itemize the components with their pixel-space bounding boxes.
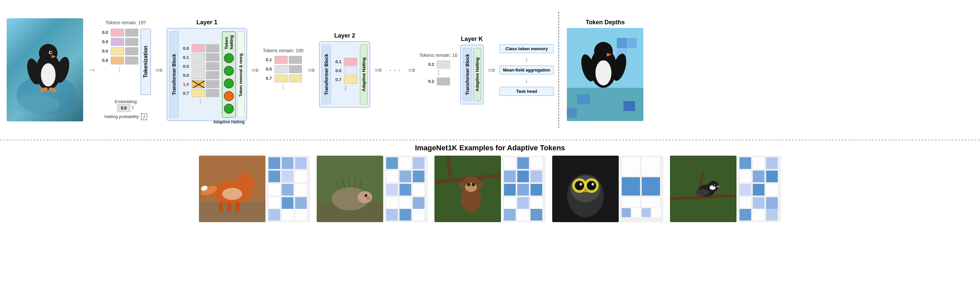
arrow-1: → xyxy=(87,65,97,75)
svg-rect-96 xyxy=(531,157,542,169)
hedgehog-patches xyxy=(385,156,428,224)
svg-rect-120 xyxy=(622,157,640,176)
token-box xyxy=(206,89,219,97)
svg-rect-95 xyxy=(517,157,529,169)
token-row: 0.7 xyxy=(264,75,302,83)
layer-2-section: Layer 2 Transformer Block 0.1 0.0 0.7 ⋮ … xyxy=(319,32,370,108)
examples-row xyxy=(6,156,974,224)
svg-point-7 xyxy=(50,52,52,54)
token-box xyxy=(206,62,219,70)
token-removal-label: Token removal & reorg. xyxy=(237,31,245,118)
token-depths-image xyxy=(567,28,643,121)
token-row: 0.0 xyxy=(100,47,138,55)
monkey-patches xyxy=(502,156,546,224)
svg-point-115 xyxy=(587,181,596,190)
embedding-label: Embedding xyxy=(115,99,137,104)
bird-patches xyxy=(738,156,781,224)
traffic-lights xyxy=(224,52,234,115)
svg-point-88 xyxy=(465,183,477,192)
svg-rect-97 xyxy=(504,170,515,182)
svg-rect-44 xyxy=(269,170,280,182)
layer-1-section: Layer 1 Transformer Block 0.0 0.1 0.0 xyxy=(167,19,247,121)
svg-rect-49 xyxy=(295,184,307,196)
svg-rect-81 xyxy=(399,209,411,221)
svg-rect-24 xyxy=(624,101,635,111)
svg-point-91 xyxy=(459,181,466,188)
svg-rect-45 xyxy=(282,170,293,182)
svg-rect-35 xyxy=(227,202,231,212)
svg-rect-154 xyxy=(753,209,764,221)
arrow-5: ⇒ xyxy=(374,65,382,75)
token-box xyxy=(289,56,302,64)
svg-rect-46 xyxy=(295,170,307,182)
svg-rect-127 xyxy=(632,208,641,217)
svg-point-117 xyxy=(592,183,594,186)
svg-rect-148 xyxy=(753,184,764,196)
svg-rect-121 xyxy=(642,157,660,176)
svg-rect-55 xyxy=(295,209,307,221)
token-row: 0.0 xyxy=(100,29,138,37)
svg-rect-126 xyxy=(622,208,631,217)
svg-rect-129 xyxy=(652,208,661,217)
func-icon: ƒ xyxy=(141,113,147,120)
layer-k-title: Layer K xyxy=(461,36,483,43)
mean-field-agg-box: Mean-field aggregation xyxy=(499,65,554,75)
svg-rect-20 xyxy=(617,38,627,48)
token-box xyxy=(192,62,205,70)
token-row: 0.1 xyxy=(181,53,219,61)
token-box xyxy=(192,44,205,52)
svg-rect-149 xyxy=(766,184,778,196)
right-side-boxes: Class token memory ↓ Mean-field aggregat… xyxy=(499,44,554,96)
svg-rect-54 xyxy=(282,209,293,221)
svg-point-4 xyxy=(39,44,57,62)
token-row: 0.0 xyxy=(100,57,138,65)
token-box xyxy=(274,75,288,83)
token-box xyxy=(437,60,450,68)
svg-point-39 xyxy=(222,188,242,200)
svg-point-3 xyxy=(41,63,56,86)
layer2-tokens: 0.1 0.0 0.7 ⋮ xyxy=(332,45,359,105)
fox-patches xyxy=(267,156,310,222)
svg-rect-147 xyxy=(740,184,751,196)
token-row: 0.0 xyxy=(334,67,357,75)
token-row: 0.1 xyxy=(264,56,302,64)
svg-rect-74 xyxy=(386,184,398,196)
svg-rect-68 xyxy=(386,157,398,169)
tokenization-section: Tokens remain: 197 0.0 0.0 0.0 xyxy=(100,20,151,120)
token-box xyxy=(437,78,450,86)
tokens-remain-2: Tokens remain: 190 xyxy=(263,48,303,53)
token-row: 0.7 xyxy=(181,89,219,97)
layer-k-inner: Transformer Block Adaptive Halting xyxy=(460,45,484,105)
svg-rect-25 xyxy=(567,108,577,118)
light-orange xyxy=(224,91,234,101)
svg-rect-123 xyxy=(642,177,660,196)
svg-rect-108 xyxy=(531,209,542,221)
svg-rect-101 xyxy=(517,184,529,196)
down-arrow-2: ↓ xyxy=(499,77,554,84)
svg-rect-144 xyxy=(740,170,751,182)
token-box xyxy=(192,71,205,79)
token-row: 0.0 xyxy=(264,65,302,73)
svg-point-89 xyxy=(467,183,470,186)
tokens-remain-k-section: Tokens remain: 10 0.2 ⋮ 0.2 xyxy=(420,52,457,87)
svg-rect-43 xyxy=(295,157,307,169)
arrow-7: ⇒ xyxy=(488,65,495,75)
bird-example xyxy=(670,156,781,224)
svg-rect-50 xyxy=(269,197,280,209)
svg-rect-98 xyxy=(517,170,529,182)
token-list-2: 0.1 0.0 0.7 ⋮ xyxy=(264,56,302,90)
token-box xyxy=(111,47,124,55)
adaptive-halting-1: Token halting Adaptive Halting xyxy=(222,31,236,118)
svg-rect-82 xyxy=(413,209,425,221)
svg-rect-47 xyxy=(269,184,280,196)
svg-rect-103 xyxy=(504,197,515,209)
layer-2-title: Layer 2 xyxy=(334,32,355,39)
svg-rect-155 xyxy=(766,209,778,221)
token-box xyxy=(206,44,219,52)
svg-rect-102 xyxy=(531,184,542,196)
hedgehog-example xyxy=(317,156,428,224)
token-row: 0.7 xyxy=(334,76,357,84)
svg-rect-153 xyxy=(740,209,751,221)
adaptive-halting-k: Adaptive Halting xyxy=(473,48,481,101)
svg-rect-142 xyxy=(753,157,764,169)
